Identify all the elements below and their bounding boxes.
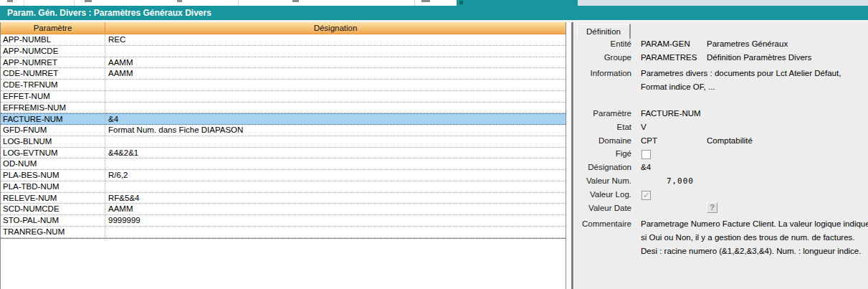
row-parametre[interactable]: EFFREMIS-NUM (1, 103, 105, 113)
field-label: Paramètre (574, 109, 631, 118)
row-designation[interactable]: &4&2&1 (105, 148, 566, 158)
valeur-num-value: 7,000 (641, 176, 694, 186)
field-designation: Désignation &4 (574, 163, 868, 175)
clipped-toolbar-glyph (292, 0, 299, 2)
table-row[interactable]: CDE-TRFNUM (1, 80, 566, 91)
row-designation[interactable]: Format Num. dans Fiche DIAPASON (105, 125, 566, 136)
row-designation[interactable]: R/6,2 (105, 170, 566, 181)
app-window: Param. Gén. Divers : Paramètres Généraux… (0, 0, 868, 289)
row-parametre[interactable]: APP-NUMCDE (1, 46, 105, 57)
row-designation[interactable] (105, 46, 566, 57)
row-parametre[interactable]: CDE-NUMRET (1, 68, 105, 79)
table-row[interactable]: FACTURE-NUM&4 (1, 113, 566, 125)
grid-end-line (1, 238, 566, 239)
etat-value: V (641, 123, 647, 131)
field-valeur-date: Valeur Date ? (574, 204, 868, 216)
row-designation[interactable]: 9999999 (105, 215, 566, 226)
grid-body: APP-NUMBLRECAPP-NUMCDEAPP-NUMRETAAMMCDE-… (1, 34, 566, 238)
row-designation[interactable]: RF&5&4 (105, 193, 566, 204)
valeur-date-help-button[interactable]: ? (707, 202, 717, 213)
field-label: Entité (574, 39, 631, 48)
field-label: Domaine (574, 136, 631, 145)
field-parametre: Paramètre FACTURE-NUM (574, 109, 868, 121)
table-row[interactable]: EFFREMIS-NUM (1, 103, 566, 114)
clipped-icon (459, 1, 463, 4)
groupe-code: PARAMETRES (641, 53, 697, 62)
row-parametre[interactable]: OD-NUM (1, 158, 105, 169)
table-row[interactable]: APP-NUMBLREC (1, 34, 566, 46)
column-header-designation[interactable]: Désignation (105, 22, 566, 34)
row-designation[interactable] (105, 181, 566, 192)
table-row[interactable]: RELEVE-NUMRF&5&4 (1, 193, 566, 204)
grid-header: Paramètre Désignation (1, 22, 566, 34)
window-title-bar: Param. Gén. Divers : Paramètres Généraux… (0, 6, 868, 20)
row-designation[interactable] (105, 158, 566, 169)
row-parametre[interactable]: APP-NUMRET (1, 57, 105, 68)
row-parametre[interactable]: PLA-BES-NUM (1, 170, 105, 181)
table-row[interactable]: PLA-TBD-NUM (1, 181, 566, 193)
row-parametre[interactable]: FACTURE-NUM (1, 114, 105, 124)
row-designation[interactable]: AAMM (105, 204, 566, 214)
toolbar-separator (24, 0, 24, 6)
row-designation[interactable]: AAMM (105, 68, 566, 79)
toolbar-separator (414, 0, 415, 6)
table-row[interactable]: APP-NUMRETAAMM (1, 57, 566, 69)
table-row[interactable]: OD-NUM (1, 158, 566, 170)
field-groupe: Groupe PARAMETRES Définition Paramètres … (574, 53, 868, 65)
page-title: Param. Gén. Divers : Paramètres Généraux… (7, 8, 211, 18)
row-parametre[interactable]: SCD-NUMCDE (1, 204, 105, 214)
row-parametre[interactable]: CDE-TRFNUM (1, 80, 105, 90)
row-parametre[interactable]: RELEVE-NUM (1, 193, 105, 204)
information-text: Parametres divers : documents pour Lct A… (641, 67, 841, 94)
entite-description: Parametres Généraux (707, 39, 788, 48)
row-designation[interactable]: &4 (105, 114, 566, 124)
panel-splitter[interactable] (566, 22, 573, 289)
table-row[interactable]: APP-NUMCDE (1, 46, 566, 57)
field-entite: Entité PARAM-GEN Parametres Généraux (574, 39, 868, 52)
row-designation[interactable]: REC (105, 34, 566, 45)
row-designation[interactable] (105, 91, 566, 102)
table-row[interactable]: PLA-BES-NUMR/6,2 (1, 170, 566, 181)
row-parametre[interactable]: PLA-TBD-NUM (1, 181, 105, 192)
toolbar-separator (74, 0, 75, 6)
entite-code: PARAM-GEN (641, 39, 690, 48)
commentaire-line1: Parametrage Numero Facture Client. La va… (641, 219, 868, 228)
table-row[interactable]: EFFET-NUM (1, 91, 566, 103)
commentaire-line3: Desi : racine numero (&1,&2,&3,&4). Num.… (641, 247, 861, 255)
table-row[interactable]: STO-PAL-NUM9999999 (1, 215, 566, 227)
table-row[interactable]: LOG-EVTNUM&4&2&1 (1, 148, 566, 159)
row-parametre[interactable]: LOG-BLNUM (1, 136, 105, 147)
row-parametre[interactable]: EFFET-NUM (1, 91, 105, 102)
field-label: Groupe (574, 53, 631, 62)
commentaire-line2: si Oui ou Non, il y a gestion des trous … (641, 233, 855, 242)
row-designation[interactable] (105, 80, 566, 90)
row-designation[interactable] (105, 227, 566, 237)
column-header-parametre[interactable]: Paramètre (1, 22, 105, 34)
row-parametre[interactable]: TRANREG-NUM (1, 227, 105, 237)
row-parametre[interactable]: GFD-FNUM (1, 125, 105, 136)
row-designation[interactable]: AAMM (105, 57, 566, 68)
table-row[interactable]: GFD-FNUMFormat Num. dans Fiche DIAPASON (1, 125, 566, 136)
table-row[interactable]: TRANREG-NUM (1, 227, 566, 238)
row-parametre[interactable]: APP-NUMBL (1, 34, 105, 45)
fige-checkbox[interactable] (642, 150, 651, 159)
field-valeur-num: Valeur Num. 7,000 (574, 176, 868, 189)
tab-definition[interactable]: Définition (577, 24, 631, 39)
designation-value: &4 (641, 163, 651, 171)
row-parametre[interactable]: LOG-EVTNUM (1, 148, 105, 158)
row-parametre[interactable]: STO-PAL-NUM (1, 215, 105, 226)
table-row[interactable]: LOG-BLNUM (1, 136, 566, 148)
field-label: Figé (574, 149, 631, 158)
definition-panel: Définition Entité PARAM-GEN Parametres G… (573, 22, 868, 289)
field-label: Valeur Date (574, 204, 631, 212)
clipped-toolbar-glyph (85, 0, 92, 2)
field-label: Etat (574, 123, 631, 131)
valeur-log-checkbox[interactable]: ✓ (642, 191, 651, 200)
row-designation[interactable] (105, 136, 566, 147)
field-label: Désignation (574, 163, 631, 171)
parameters-grid: Paramètre Désignation APP-NUMBLRECAPP-NU… (0, 22, 566, 289)
table-row[interactable]: CDE-NUMRETAAMM (1, 68, 566, 80)
clipped-teal-bar (457, 0, 578, 6)
row-designation[interactable] (105, 103, 566, 113)
table-row[interactable]: SCD-NUMCDEAAMM (1, 204, 566, 215)
